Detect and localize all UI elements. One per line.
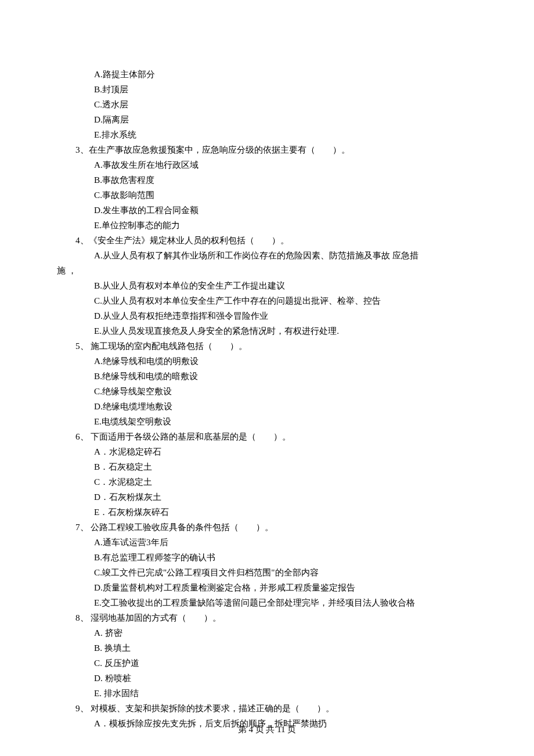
option-text: 事故发生所在地行政区域: [103, 160, 199, 170]
option-text: 绝缘导线架空敷设: [102, 386, 172, 396]
option: E．石灰粉煤灰碎石: [75, 505, 476, 520]
option: C.绝缘导线架空敷设: [75, 384, 476, 399]
option-text: 电缆线架空明敷设: [102, 416, 171, 426]
option-text: 封顶层: [102, 84, 128, 94]
option-text: 从业人员有权拒绝违章指挥和强令冒险作业: [103, 311, 268, 321]
option: A.从业人员有权了解其作业场所和工作岗位存在的危险因素、防范措施及事故 应急措: [75, 248, 476, 263]
option-text: 粉喷桩: [105, 673, 131, 683]
option: D. 粉喷桩: [75, 671, 476, 686]
question-stem: 5、 施工现场的室内配电线路包括（ ）。: [75, 339, 476, 354]
option: B.有总监理工程师签字的确认书: [75, 550, 476, 565]
option: B.封顶层: [75, 82, 476, 97]
option: A．水泥稳定碎石: [75, 444, 476, 459]
option: B.事故危害程度: [75, 172, 476, 188]
option: C．水泥稳定土: [75, 474, 476, 489]
option: A.路提主体部分: [75, 67, 476, 82]
option: D.从业人员有权拒绝违章指挥和强令冒险作业: [75, 308, 476, 323]
option-text: 竣工文件已完成"公路工程项目文件归档范围"的全部内容: [102, 567, 319, 577]
option: D．石灰粉煤灰土: [75, 489, 476, 505]
option: C.事故影响范围: [75, 188, 476, 203]
question-stem: 3、在生产事故应急救援预案中，应急响应分级的依据主要有（ ）。: [75, 142, 476, 157]
option: A.通车试运营3年后: [75, 535, 476, 550]
option-text: 透水层: [102, 99, 128, 109]
option: C.透水层: [75, 97, 476, 112]
option-text: 石灰稳定土: [109, 462, 152, 471]
option-text: 反压护道: [104, 658, 139, 668]
option-text: 从业人员有权对本单位的安全生产工作提出建议: [102, 280, 285, 290]
option-text: 事故危害程度: [102, 175, 154, 185]
option: B．石灰稳定土: [75, 459, 476, 474]
option-text: 石灰粉煤灰土: [109, 492, 161, 502]
option-text: 路提主体部分: [103, 69, 155, 79]
option: D.隔离层: [75, 112, 476, 127]
page-body: A.路提主体部分 B.封顶层 C.透水层 D.隔离层 E.排水系统 3、在生产事…: [0, 0, 534, 731]
option-text: 事故影响范围: [102, 190, 154, 200]
option-text: 发生事故的工程合同金额: [103, 205, 199, 215]
option-text: 通车试运营3年后: [103, 537, 168, 547]
question-stem: 7、 公路工程竣工验收应具备的条件包括（ ）。: [75, 520, 476, 535]
option: A. 挤密: [75, 625, 476, 640]
option: B.从业人员有权对本单位的安全生产工作提出建议: [75, 278, 476, 293]
option: D.绝缘电缆埋地敷设: [75, 399, 476, 414]
question-stem: 8、 湿弱地基加固的方式有（ ）。: [75, 610, 476, 625]
option-text: 交工验收提出的工程质量缺陷等遗留问题已全部处理完毕，并经项目法人验收合格: [102, 597, 415, 607]
option: A.绝缘导线和电缆的明敷设: [75, 354, 476, 369]
page-footer: 第 4 页 共 11 页: [0, 724, 534, 735]
option-text: 排水固结: [104, 688, 139, 698]
option: D.质量监督机构对工程质量检测鉴定合格，并形咸工程质量鉴定报告: [75, 580, 476, 595]
option-text: 绝缘电缆埋地敷设: [103, 401, 172, 411]
question-stem: 6、 下面适用于各级公路的基层和底基层的是（ ）。: [75, 429, 476, 444]
option-text: 从业人员发现直接危及人身安全的紧急情况时，有权进行处理.: [102, 326, 339, 336]
option: E. 排水固结: [75, 686, 476, 701]
option-text: 隔离层: [103, 114, 129, 124]
option: A.事故发生所在地行政区域: [75, 157, 476, 172]
option-text: 绝缘导线和电缆的明敷设: [103, 356, 199, 366]
option: E.电缆线架空明敷设: [75, 414, 476, 429]
option-text: 石灰粉煤灰碎石: [108, 507, 169, 517]
option-text: 挤密: [105, 628, 122, 638]
option-text: 从业人员有权对本单位安全生产工作中存在的问题提出批评、检举、控告: [102, 296, 381, 305]
option-text: 水泥稳定土: [109, 477, 152, 487]
option-continuation: 施 ，: [75, 263, 476, 278]
option: E.交工验收提出的工程质量缺陷等遗留问题已全部处理完毕，并经项目法人验收合格: [75, 595, 476, 610]
option: D.发生事故的工程合同金额: [75, 203, 476, 218]
option-text: 质量监督机构对工程质量检测鉴定合格，并形咸工程质量鉴定报告: [103, 582, 355, 592]
option-text: 排水系统: [102, 129, 136, 139]
option: B.绝缘导线和电缆的暗敷设: [75, 369, 476, 384]
option-text: 换填土: [104, 643, 131, 653]
option: C.竣工文件已完成"公路工程项目文件归档范围"的全部内容: [75, 565, 476, 580]
option-text: 绝缘导线和电缆的暗敷设: [102, 371, 198, 381]
question-stem: 4、《安全生产法》规定林业人员的权利包括（ ）。: [75, 233, 476, 248]
option: B. 换填土: [75, 640, 476, 656]
option: E.从业人员发现直接危及人身安全的紧急情况时，有权进行处理.: [75, 323, 476, 339]
option: C.从业人员有权对本单位安全生产工作中存在的问题提出批评、检举、控告: [75, 293, 476, 308]
option: E.排水系统: [75, 127, 476, 142]
option: C. 反压护道: [75, 656, 476, 671]
question-stem: 9、 对模板、支架和拱架拆除的技术要求，描述正确的是（ ）。: [75, 701, 476, 716]
option-text: 有总监理工程师签字的确认书: [102, 552, 215, 562]
option-text: 单位控制事态的能力: [102, 220, 180, 230]
option: E.单位控制事态的能力: [75, 218, 476, 233]
option-text: 水泥稳定碎石: [109, 447, 161, 456]
